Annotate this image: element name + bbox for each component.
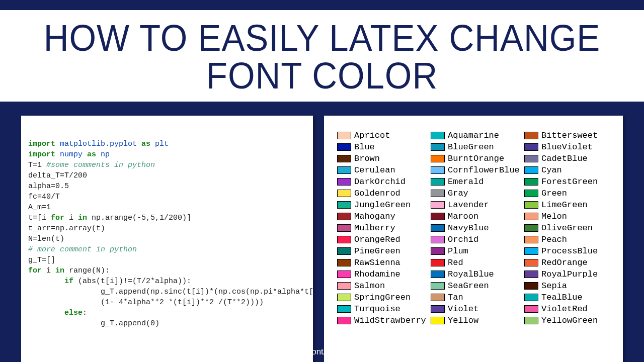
code-line: A_m=1 (28, 202, 308, 213)
swatch-box (337, 224, 351, 232)
code-token: alpha=0.5 (28, 182, 69, 191)
color-swatch: Melon (524, 212, 617, 221)
code-line: t=[i for i in np.arange(-5,5,1/200)] (28, 213, 308, 223)
swatch-label: SpringGreen (354, 293, 411, 302)
code-token: i (46, 266, 55, 275)
code-panel: import matplotlib.pyplot as pltimport nu… (21, 116, 313, 362)
code-token: numpy (60, 150, 87, 159)
swatch-label: Blue (354, 142, 375, 152)
code-token: (1- 4*alpha**2 *(t[i])**2 /(T**2)))) (28, 298, 264, 307)
swatch-label: BlueGreen (448, 142, 494, 152)
swatch-box (524, 213, 538, 220)
swatch-label: Peach (541, 235, 567, 244)
code-line: N=len(t) (28, 234, 308, 244)
swatch-label: Apricot (354, 131, 390, 140)
code-token: as (141, 140, 155, 148)
top-bar (0, 0, 644, 10)
color-swatch: RoyalPurple (524, 269, 617, 279)
swatch-box (337, 155, 351, 162)
swatch-box (337, 190, 351, 197)
swatch-box (337, 294, 351, 301)
swatch-label: Tan (448, 293, 463, 302)
color-swatch: Sepia (524, 281, 617, 291)
code-token: if (64, 277, 78, 286)
swatch-box (337, 132, 351, 139)
color-swatch: Brown (337, 154, 430, 163)
swatch-label: Sepia (541, 281, 567, 291)
code-line: else: (28, 308, 308, 318)
code-line: T=1 #some comments in python (28, 160, 308, 170)
swatch-panel: ApricotBlueBrownCeruleanDarkOrchidGolden… (324, 116, 623, 362)
code-token: : (83, 309, 87, 317)
color-swatch: OliveGreen (524, 223, 617, 233)
color-swatch: SpringGreen (337, 293, 430, 302)
swatch-box (431, 305, 445, 313)
code-line: g_T=[] (28, 255, 308, 265)
color-swatch: Mahogany (337, 212, 430, 221)
swatch-box (431, 166, 445, 174)
color-swatch: NavyBlue (431, 223, 523, 233)
color-swatch: YellowGreen (524, 316, 617, 325)
swatch-box (337, 270, 351, 278)
swatch-label: SeaGreen (448, 281, 489, 291)
swatch-box (431, 201, 445, 209)
swatch-label: Yellow (448, 316, 478, 325)
code-token: g_T.append(np.sinc(t[i])*(np.cos(np.pi*a… (28, 288, 313, 296)
swatch-label: Green (541, 189, 567, 198)
color-swatch: Emerald (431, 177, 523, 187)
swatch-label: Cerulean (354, 165, 395, 175)
swatch-box (431, 213, 445, 220)
code-line: delta_T=T/200 (28, 170, 308, 181)
color-swatch: DarkOrchid (337, 177, 430, 187)
swatch-box (431, 259, 445, 266)
swatch-box (431, 178, 445, 186)
swatch-label: RawSienna (354, 258, 400, 267)
swatch-label: Salmon (354, 281, 385, 291)
swatch-grid: ApricotBlueBrownCeruleanDarkOrchidGolden… (337, 131, 617, 325)
swatch-box (524, 201, 538, 209)
swatch-label: ProcessBlue (541, 246, 598, 256)
code-token: t=[i (28, 214, 51, 222)
color-swatch: BlueViolet (524, 142, 617, 152)
color-swatch: JungleGreen (337, 200, 430, 210)
color-swatch: ProcessBlue (524, 246, 617, 256)
swatch-box (431, 155, 445, 162)
swatch-label: Cyan (541, 165, 562, 175)
color-swatch: Maroon (431, 212, 523, 221)
code-token: np.arange(-5,5,1/200)] (92, 214, 191, 222)
swatch-box (524, 155, 538, 162)
swatch-box (524, 294, 538, 301)
swatch-box (337, 236, 351, 243)
swatch-box (431, 236, 445, 243)
color-swatch: Cerulean (337, 165, 430, 175)
color-swatch: BlueGreen (431, 142, 523, 152)
color-swatch: ForestGreen (524, 177, 617, 187)
code-token: i (69, 214, 78, 222)
swatch-label: Mahogany (354, 212, 395, 221)
swatch-box (431, 224, 445, 232)
swatch-box (524, 317, 538, 324)
swatch-box (431, 282, 445, 290)
swatch-label: Emerald (448, 177, 484, 187)
swatch-label: Maroon (448, 212, 478, 221)
swatch-box (337, 247, 351, 255)
code-token: # more comment in python (28, 245, 137, 254)
color-swatch: Tan (431, 293, 523, 302)
color-swatch: Plum (431, 246, 523, 256)
code-token: for (28, 266, 46, 275)
swatch-label: RedOrange (541, 258, 588, 267)
swatch-box (524, 143, 538, 151)
code-token: g_T.append(0) (28, 319, 159, 328)
color-swatch: Turquoise (337, 304, 430, 314)
swatch-label: Aquamarine (448, 131, 499, 140)
color-swatch: Aquamarine (431, 131, 523, 140)
swatch-label: Melon (541, 212, 567, 221)
color-swatch: OrangeRed (337, 235, 430, 244)
code-token: g_T=[] (28, 256, 55, 264)
swatch-box (337, 166, 351, 174)
code-token: else (64, 309, 83, 317)
swatch-label: DarkOrchid (354, 177, 406, 187)
code-token: as (87, 150, 101, 159)
color-swatch: Yellow (431, 316, 523, 325)
title-band: How To Easily Latex Change Font Color (0, 10, 644, 102)
